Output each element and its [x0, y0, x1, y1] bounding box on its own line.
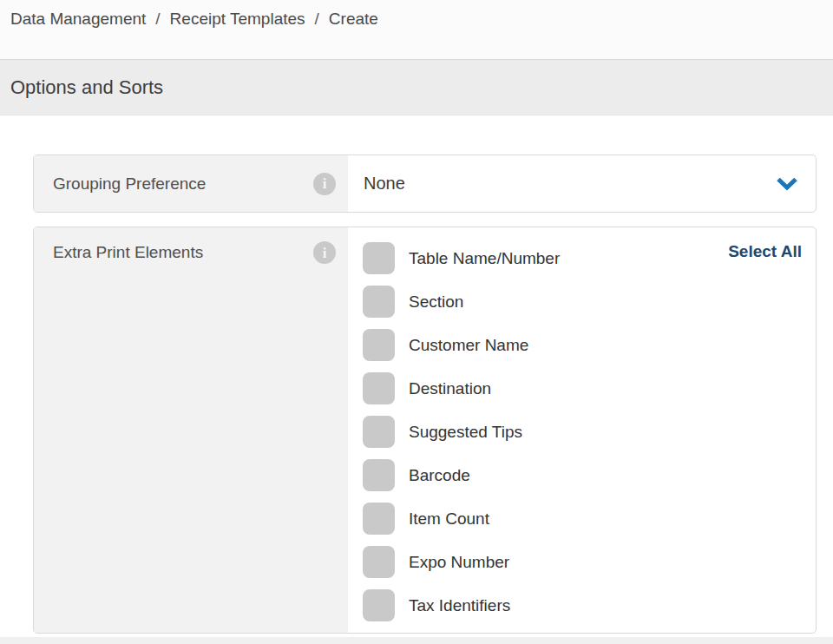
checkbox-row: Section: [363, 286, 802, 318]
checkbox[interactable]: [363, 286, 395, 318]
section-title: Options and Sorts: [10, 76, 163, 99]
checkbox[interactable]: [363, 329, 395, 361]
checkbox-row: Barcode: [363, 459, 802, 491]
breadcrumb-separator: /: [315, 9, 319, 30]
checkbox-label: Suggested Tips: [409, 423, 522, 442]
info-icon[interactable]: i: [313, 173, 336, 195]
checkbox[interactable]: [363, 416, 395, 448]
checkbox-label: Tax Identifiers: [409, 596, 510, 615]
checkbox-label: Barcode: [409, 466, 470, 485]
checkbox[interactable]: [363, 459, 395, 491]
grouping-preference-dropdown[interactable]: None: [348, 155, 816, 212]
checkbox-row: Item Count: [363, 503, 802, 535]
checkbox[interactable]: [363, 242, 395, 274]
label-row: Extra Print Elements i: [53, 241, 336, 264]
breadcrumb-separator: /: [155, 9, 160, 30]
info-icon-glyph: i: [323, 246, 327, 260]
checkbox-label: Table Name/Number: [409, 249, 560, 268]
select-all-link[interactable]: Select All: [728, 242, 802, 261]
grouping-preference-label: Grouping Preference: [53, 174, 206, 194]
checkbox-row: Expo Number: [363, 546, 802, 578]
checkbox-row: Suggested Tips: [363, 416, 802, 448]
section-header-options-and-sorts: Options and Sorts: [0, 60, 833, 115]
checkbox-row: Destination: [363, 372, 802, 404]
checkbox[interactable]: [363, 546, 395, 578]
checkbox-row: Customer Name: [363, 329, 802, 361]
checkbox[interactable]: [363, 589, 395, 621]
info-icon[interactable]: i: [313, 241, 336, 264]
extra-print-elements-label-column: Extra Print Elements i: [34, 227, 348, 633]
checkbox-label: Destination: [409, 379, 491, 398]
checkbox[interactable]: [363, 372, 395, 404]
info-icon-glyph: i: [323, 176, 327, 191]
checkbox-label: Section: [409, 292, 463, 312]
grouping-preference-label-column: Grouping Preference i: [34, 155, 348, 212]
breadcrumb: Data Management / Receipt Templates / Cr…: [0, 0, 833, 60]
breadcrumb-item-data-management[interactable]: Data Management: [10, 9, 146, 30]
checkbox-label: Customer Name: [409, 336, 528, 355]
extra-print-elements-options: Select All Table Name/Number Section Cus…: [348, 227, 816, 633]
checkbox[interactable]: [363, 503, 395, 535]
checkbox-label: Item Count: [409, 509, 489, 529]
checkbox-list: Table Name/Number Section Customer Name …: [363, 242, 802, 621]
checkbox-row: Tax Identifiers: [363, 589, 802, 621]
form-row-extra-print-elements: Extra Print Elements i Select All Table …: [33, 227, 817, 634]
checkbox-label: Expo Number: [409, 553, 509, 572]
content-area: Grouping Preference i None Extra Print E…: [0, 115, 833, 634]
dropdown-selected-value: None: [364, 174, 405, 194]
form-row-grouping-preference: Grouping Preference i None: [33, 154, 817, 213]
breadcrumb-item-receipt-templates[interactable]: Receipt Templates: [170, 9, 305, 30]
next-section-divider: [0, 637, 833, 644]
chevron-down-icon[interactable]: [776, 177, 798, 191]
breadcrumb-item-create: Create: [329, 9, 378, 30]
label-row: Grouping Preference i: [53, 173, 336, 195]
extra-print-elements-label: Extra Print Elements: [53, 243, 203, 262]
